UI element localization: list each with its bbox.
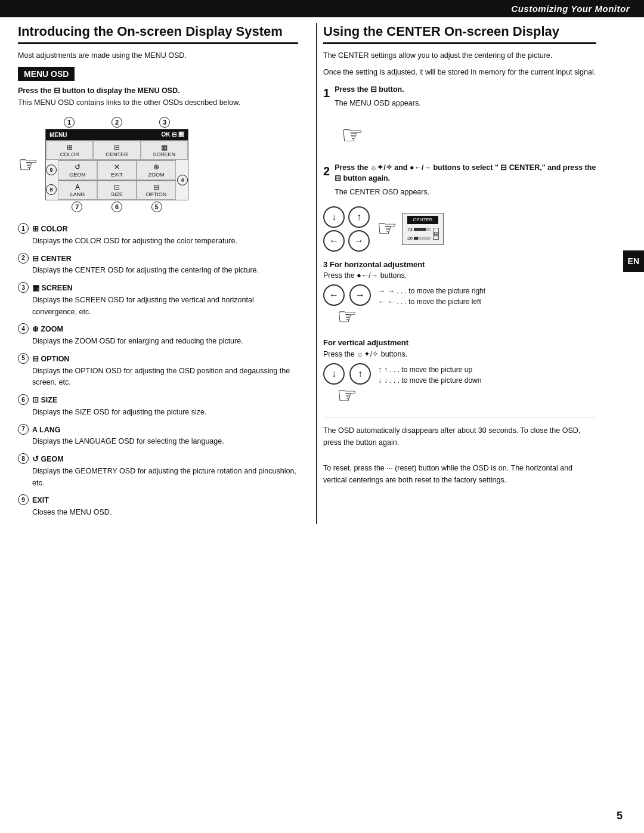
header-title: Customizing Your Monitor <box>511 4 630 14</box>
hand-icon-step1: ☞ <box>341 121 364 149</box>
osd-menu-grid-row2: ↺ GEOM ✕ EXIT ⊕ ZOOM <box>58 160 176 179</box>
osd-diagram-container: ☞ 1 2 3 MENU OK ⊟ 圕 <box>18 117 298 212</box>
num-badge-7: 7 <box>18 424 29 435</box>
v-down-btn: ↓ <box>323 363 345 385</box>
bottom-num-row: 7 6 5 <box>45 202 188 212</box>
hand-icon: ☞ <box>18 153 38 176</box>
step-1-text: Press the ⊟ button. <box>335 84 421 95</box>
menu-osd-label: MENU OSD <box>18 67 75 81</box>
v-adjust-container: ↓ ↑ ☞ ↑ ↑ . . . to move the picture up ↓… <box>323 363 596 408</box>
item-9-content: EXIT Closes the MENU OSD. <box>32 494 112 518</box>
right-section-title: Using the CENTER On-screen Display <box>323 23 596 44</box>
hand-icon-h: ☞ <box>337 304 357 330</box>
step-3-vertical: For vertical adjustment Press the ☼✦/✧ b… <box>323 338 596 408</box>
h-left-btn: ← <box>323 284 345 306</box>
osd-menu-header: MENU OK ⊟ 圕 <box>46 129 188 140</box>
h-right-label: → . . . to move the picture right <box>388 287 485 295</box>
v-buttons-hand: ↓ ↑ ☞ <box>323 363 371 408</box>
item-6-content: ⊡ SIZE Displays the SIZE OSD for adjusti… <box>32 394 207 418</box>
v-down-label: ↓ . . . to move the picture down <box>384 376 481 385</box>
left-column: Introducing the On-screen Display System… <box>18 23 298 524</box>
right-column: Using the CENTER On-screen Display The C… <box>316 23 596 524</box>
num-badge-5: 5 <box>18 353 29 364</box>
arrow-buttons-group: ↓ ↑ ← → <box>323 206 370 252</box>
h-adjust-labels: → → . . . to move the picture right ← ← … <box>378 287 485 306</box>
osd-bar-1 <box>414 228 431 231</box>
center-icon: ⊟ <box>114 143 120 151</box>
left-section-title: Introducing the On-screen Display System <box>18 23 298 44</box>
num-4: 4 <box>177 175 188 185</box>
step-2-text: Press the ☼✦/✧ and ●←/→ buttons to selec… <box>335 162 596 185</box>
osd-cell-zoom: ⊕ ZOOM <box>137 160 176 179</box>
step-2: 2 Press the ☼✦/✧ and ●←/→ buttons to sel… <box>323 162 596 252</box>
hand-icon-step2: ☞ <box>377 212 397 246</box>
item-4-desc: Displays the ZOOM OSD for enlarging and … <box>32 337 243 345</box>
item-1-content: ⊞ COLOR Displays the COLOR OSD for adjus… <box>32 223 237 247</box>
lang-icon: A <box>75 183 80 191</box>
num-badge-1: 1 <box>18 223 29 234</box>
color-icon: ⊞ <box>67 143 73 151</box>
list-item-1: 1 ⊞ COLOR Displays the COLOR OSD for adj… <box>18 223 298 247</box>
press-button-desc: This MENU OSD contains links to the othe… <box>18 97 298 109</box>
size-label: SIZE <box>111 191 123 197</box>
step-2-sub: The CENTER OSD appears. <box>335 187 596 198</box>
item-1-label: ⊞ COLOR <box>32 225 68 233</box>
osd-cell-center: ⊟ CENTER <box>93 141 140 160</box>
center-osd-box: CENTER 73 26 <box>402 213 444 245</box>
down-arrow-icon: ↓ <box>378 376 382 385</box>
up-arrow-icon: ↑ <box>378 366 382 374</box>
up-down-buttons: ↓ ↑ <box>323 206 370 228</box>
osd-menu-box: MENU OK ⊟ 圕 ⊞ COLOR ⊟ CENTER <box>45 129 188 200</box>
num-9: 9 <box>46 165 57 175</box>
size-icon: ⊡ <box>114 183 120 191</box>
main-content: Introducing the On-screen Display System… <box>0 23 644 524</box>
right-arrow-icon: → <box>378 287 385 295</box>
osd-val1: 73 <box>407 226 413 233</box>
item-3-content: ▦ SCREEN Displays the SCREEN OSD for adj… <box>32 282 298 317</box>
osd-bar-row-2: 26 <box>407 235 431 242</box>
h-right-label-row: → → . . . to move the picture right <box>378 287 485 295</box>
osd-cell-geom: ↺ GEOM <box>58 160 97 179</box>
center-screen-icon: ⊞ <box>433 228 439 240</box>
item-1-desc: Displays the COLOR OSD for adjusting the… <box>32 237 237 245</box>
item-9-desc: Closes the MENU OSD. <box>32 508 112 516</box>
right-intro-1: The CENTER settings allow you to adjust … <box>323 50 596 61</box>
v-up-btn: ↑ <box>349 363 371 385</box>
hand-icon-left: ☞ <box>18 153 38 176</box>
h-adjust-container: ← → ☞ → → . . . to move the picture righ… <box>323 284 596 330</box>
top-num-row: 1 2 3 <box>45 117 188 128</box>
v-up-label: ↑ . . . to move the picture up <box>384 366 472 374</box>
v-down-label-row: ↓ ↓ . . . to move the picture down <box>378 376 481 385</box>
page-number: 5 <box>617 810 623 822</box>
h-right-btn: → <box>349 284 371 306</box>
h-buttons-hand: ← → ☞ <box>323 284 371 330</box>
zoom-icon: ⊕ <box>153 163 159 171</box>
right-intro-2: Once the setting is adjusted, it will be… <box>323 67 596 78</box>
osd-bar-fill-2 <box>414 237 418 240</box>
header-bar: Customizing Your Monitor <box>0 0 644 17</box>
list-item-6: 6 ⊡ SIZE Displays the SIZE OSD for adjus… <box>18 394 298 418</box>
item-4-label: ⊕ ZOOM <box>32 325 63 333</box>
osd-menu-grid-row3: A LANG ⊡ SIZE ⊟ OPTION <box>58 180 176 200</box>
osd-menu-middle-section: 9 8 ↺ GEOM ✕ EXIT <box>46 160 188 200</box>
option-label: OPTION <box>146 191 167 197</box>
left-arrow-icon: ← <box>378 298 385 306</box>
item-5-desc: Displays the OPTION OSD for adjusting th… <box>32 367 290 387</box>
num-badge-2: 2 <box>18 253 29 264</box>
num-3: 3 <box>159 117 170 128</box>
step-2-num: 2 <box>323 162 330 180</box>
item-4-content: ⊕ ZOOM Displays the ZOOM OSD for enlargi… <box>32 323 243 347</box>
item-8-label: ↺ GEOM <box>32 455 64 463</box>
step-2-content: Press the ☼✦/✧ and ●←/→ buttons to selec… <box>335 162 596 200</box>
osd-menu-grid-row2-wrapper: ↺ GEOM ✕ EXIT ⊕ ZOOM <box>58 160 176 200</box>
center-osd-title: CENTER <box>407 216 438 224</box>
num-badge-8: 8 <box>18 453 29 464</box>
exit-icon: ✕ <box>114 163 120 171</box>
footer-note-2: To reset, press the ··· (reset) button w… <box>323 462 596 486</box>
step-1-row: 1 Press the ⊟ button. The MENU OSD appea… <box>323 84 596 112</box>
item-5-content: ⊟ OPTION Displays the OPTION OSD for adj… <box>32 353 298 388</box>
item-5-label: ⊟ OPTION <box>32 355 69 363</box>
num-col-left: 9 8 <box>46 160 57 200</box>
v-up-label-row: ↑ ↑ . . . to move the picture up <box>378 366 481 374</box>
num-2: 2 <box>112 117 122 128</box>
